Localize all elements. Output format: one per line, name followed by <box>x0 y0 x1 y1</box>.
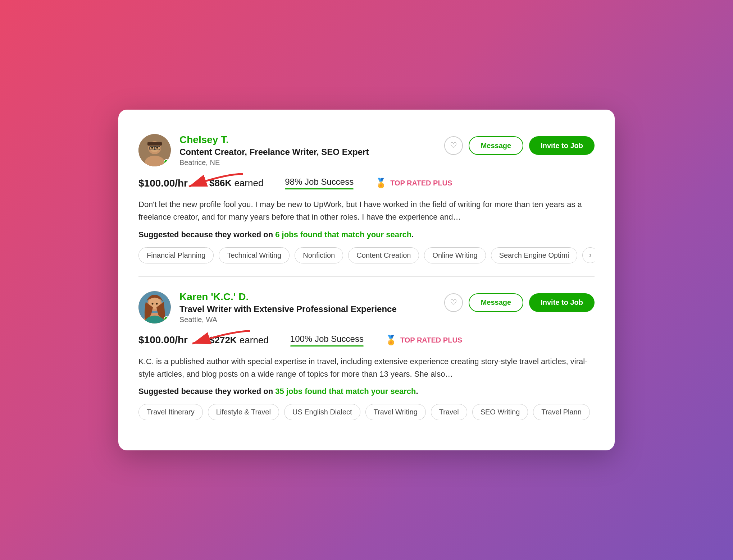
tag-5-chelsey[interactable]: Search Engine Optimi <box>491 247 578 263</box>
favorite-button-karen[interactable]: ♡ <box>444 293 463 312</box>
svg-point-15 <box>152 303 154 304</box>
stats-row-chelsey: $100.00/hr $86K earned 98% Job Success 🏅… <box>138 177 595 189</box>
message-button-karen[interactable]: Message <box>469 293 524 312</box>
profile-location-karen: Seattle, WA <box>179 316 436 324</box>
message-button-chelsey[interactable]: Message <box>469 136 524 155</box>
profile-location-chelsey: Beatrice, NE <box>179 159 436 167</box>
suggestion-link-chelsey[interactable]: 6 jobs found that match your search <box>275 230 411 239</box>
arrow-annotation-karen <box>167 327 254 349</box>
arrow-annotation-chelsey <box>167 170 246 192</box>
svg-rect-4 <box>147 142 162 146</box>
tags-row-chelsey: Financial Planning Technical Writing Non… <box>138 247 595 263</box>
svg-point-6 <box>156 147 158 149</box>
tag-3-chelsey[interactable]: Content Creation <box>348 247 419 263</box>
tag-5-karen[interactable]: SEO Writing <box>472 404 528 420</box>
profile-name-chelsey: Chelsey T. <box>179 134 436 146</box>
online-indicator-karen <box>164 316 169 322</box>
action-buttons-chelsey: ♡ Message Invite to Job <box>444 136 595 155</box>
avatar-karen <box>138 291 171 323</box>
tag-0-karen[interactable]: Travel Itinerary <box>138 404 203 420</box>
avatar-chelsey <box>138 134 171 166</box>
badge-icon-karen: 🏅 <box>385 335 397 346</box>
tag-0-chelsey[interactable]: Financial Planning <box>138 247 214 263</box>
freelancer-karen: Karen 'K.C.' D. Travel Writer with Exten… <box>138 276 595 433</box>
profile-name-karen: Karen 'K.C.' D. <box>179 291 436 303</box>
profile-title-chelsey: Content Creator, Freelance Writer, SEO E… <box>179 147 436 157</box>
online-indicator <box>164 159 169 165</box>
description-chelsey: Don't let the new profile fool you. I ma… <box>138 198 595 223</box>
tag-4-karen[interactable]: Travel <box>431 404 467 420</box>
job-success-bar-karen <box>290 345 364 346</box>
svg-point-5 <box>151 147 153 149</box>
suggestion-chelsey: Suggested because they worked on 6 jobs … <box>138 230 595 239</box>
tag-3-karen[interactable]: Travel Writing <box>365 404 426 420</box>
action-buttons-karen: ♡ Message Invite to Job <box>444 293 595 312</box>
tag-4-chelsey[interactable]: Online Writing <box>424 247 486 263</box>
job-success-bar <box>285 188 354 189</box>
main-card: Chelsey T. Content Creator, Freelance Wr… <box>118 110 615 450</box>
freelancer-chelsey: Chelsey T. Content Creator, Freelance Wr… <box>138 127 595 276</box>
profile-title-karen: Travel Writer with Extensive Professiona… <box>179 304 436 314</box>
tag-6-karen[interactable]: Travel Plann <box>533 404 590 420</box>
svg-point-16 <box>156 303 158 304</box>
tag-2-karen[interactable]: US English Dialect <box>284 404 360 420</box>
badge-icon-chelsey: 🏅 <box>375 178 387 189</box>
description-karen: K.C. is a published author with special … <box>138 355 595 380</box>
job-success-chelsey: 98% Job Success <box>285 177 354 189</box>
top-rated-badge-chelsey: 🏅 TOP RATED PLUS <box>375 178 452 189</box>
top-rated-badge-karen: 🏅 TOP RATED PLUS <box>385 335 462 346</box>
favorite-button-chelsey[interactable]: ♡ <box>444 136 463 155</box>
job-success-karen: 100% Job Success <box>290 334 364 346</box>
invite-button-chelsey[interactable]: Invite to Job <box>529 136 595 155</box>
tags-more-chelsey[interactable]: › <box>582 247 595 263</box>
profile-info-karen: Karen 'K.C.' D. Travel Writer with Exten… <box>179 291 436 324</box>
suggestion-link-karen[interactable]: 35 jobs found that match your search <box>275 387 416 396</box>
tag-1-chelsey[interactable]: Technical Writing <box>219 247 290 263</box>
suggestion-karen: Suggested because they worked on 35 jobs… <box>138 387 595 396</box>
stats-row-karen: $100.00/hr $272K earned 100% Job Success… <box>138 334 595 346</box>
tags-row-karen: Travel Itinerary Lifestyle & Travel US E… <box>138 404 595 420</box>
tag-1-karen[interactable]: Lifestyle & Travel <box>208 404 279 420</box>
tag-2-chelsey[interactable]: Nonfiction <box>295 247 343 263</box>
invite-button-karen[interactable]: Invite to Job <box>529 293 595 312</box>
profile-info-chelsey: Chelsey T. Content Creator, Freelance Wr… <box>179 134 436 167</box>
